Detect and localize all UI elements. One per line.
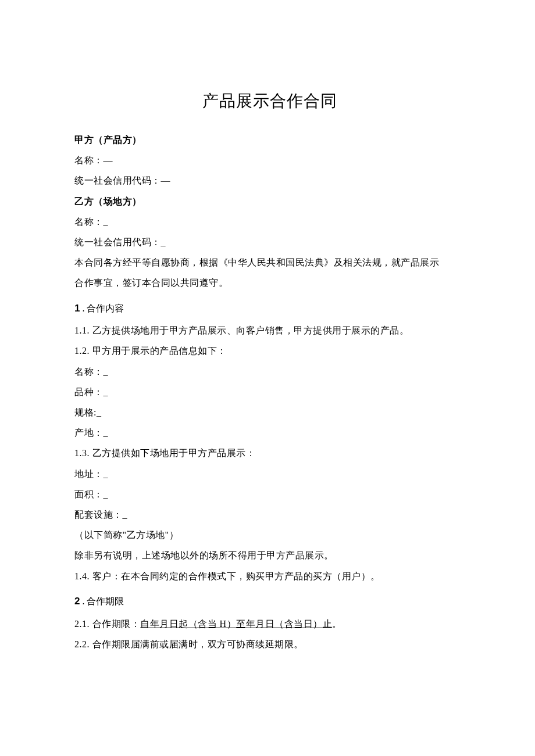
clause-2-1-period: 自年月日起（含当 H）至年月日（含当日）止: [140, 619, 332, 629]
clause-1-3: 1.3. 乙方提供如下场地用于甲方产品展示：: [74, 443, 465, 463]
venue-area: 面积：_: [74, 484, 465, 504]
party-a-header: 甲方（产品方）: [74, 130, 465, 150]
document-title: 产品展示合作合同: [74, 90, 465, 112]
preamble-line-2: 合作事宜，签订本合同以共同遵守。: [74, 273, 465, 293]
product-spec: 规格:_: [74, 402, 465, 422]
party-b-header: 乙方（场地方）: [74, 191, 465, 212]
party-b-code: 统一社会信用代码：_: [74, 232, 465, 252]
document-page: 产品展示合作合同 甲方（产品方） 名称：— 统一社会信用代码：— 乙方（场地方）…: [0, 0, 535, 654]
clause-2-2: 2.2. 合作期限届满前或届满时，双方可协商续延期限。: [74, 634, 465, 654]
preamble-line-1: 本合同各方经平等自愿协商，根据《中华人民共和国民法典》及相关法规，就产品展示: [74, 252, 465, 273]
venue-restriction: 除非另有说明，上述场地以外的场所不得用于甲方产品展示。: [74, 545, 465, 565]
clause-2-1-suffix: 。: [332, 619, 342, 629]
product-origin: 产地：_: [74, 422, 465, 443]
section-2-title: . 合作期限: [80, 596, 124, 606]
clause-2-1-prefix: 2.1. 合作期限：: [74, 619, 140, 629]
section-1-title: . 合作内容: [80, 303, 124, 313]
clause-1-4: 1.4. 客户：在本合同约定的合作模式下，购买甲方产品的买方（用户）。: [74, 566, 465, 586]
venue-address: 地址：_: [74, 464, 465, 484]
party-a-code: 统一社会信用代码：—: [74, 170, 465, 191]
product-name: 名称：_: [74, 361, 465, 382]
clause-1-2: 1.2. 甲方用于展示的产品信息如下：: [74, 341, 465, 361]
section-1-heading: 1 . 合作内容: [74, 297, 465, 321]
clause-2-1: 2.1. 合作期限：自年月日起（含当 H）至年月日（含当日）止。: [74, 614, 465, 634]
party-b-name: 名称：_: [74, 212, 465, 232]
section-2-heading: 2 . 合作期限: [74, 590, 465, 614]
venue-facility: 配套设施：_: [74, 504, 465, 525]
venue-nickname: （以下简称"乙方场地"）: [74, 525, 465, 545]
clause-1-1: 1.1. 乙方提供场地用于甲方产品展示、向客户销售，甲方提供用于展示的产品。: [74, 320, 465, 341]
product-variety: 品种：_: [74, 382, 465, 402]
party-a-name: 名称：—: [74, 150, 465, 170]
